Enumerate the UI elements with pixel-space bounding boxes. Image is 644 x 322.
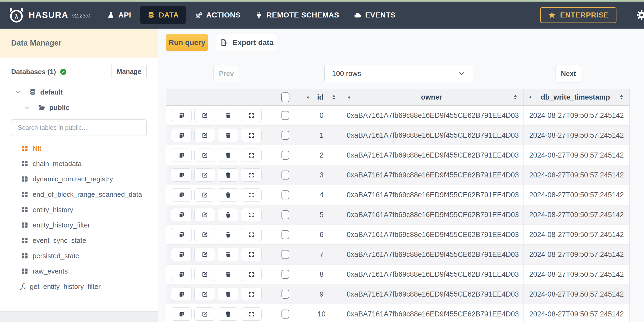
- edit-icon: [201, 191, 208, 199]
- row-checkbox[interactable]: [281, 190, 289, 199]
- copy-row-button[interactable]: [171, 307, 192, 321]
- delete-row-button[interactable]: [218, 248, 238, 261]
- row-checkbox[interactable]: [281, 111, 289, 120]
- expand-row-button[interactable]: [241, 288, 262, 301]
- expand-row-button[interactable]: [241, 188, 262, 202]
- rows-per-page-select[interactable]: 100 rows: [324, 65, 473, 82]
- nav-item-remote-schemas[interactable]: REMOTE SCHEMAS: [249, 7, 345, 23]
- row-checkbox[interactable]: [281, 210, 289, 219]
- delete-row-button[interactable]: [218, 268, 238, 281]
- delete-row-button[interactable]: [218, 208, 238, 221]
- sort-icon[interactable]: [331, 94, 337, 100]
- copy-row-button[interactable]: [171, 149, 192, 162]
- edit-row-button[interactable]: [194, 307, 215, 321]
- delete-row-button[interactable]: [218, 149, 238, 162]
- delete-row-button[interactable]: [218, 307, 238, 321]
- column-label[interactable]: id: [310, 93, 331, 101]
- chevron-down-icon[interactable]: [15, 89, 21, 96]
- sort-icon[interactable]: [512, 94, 518, 100]
- export-data-button[interactable]: Export data: [216, 34, 277, 51]
- edit-row-button[interactable]: [194, 188, 215, 202]
- sidebar-table-item-dynamic-contract-registry[interactable]: dynamic_contract_registry: [21, 171, 147, 187]
- column-label[interactable]: db_write_timestamp: [532, 93, 618, 101]
- expand-row-button[interactable]: [241, 129, 262, 142]
- edit-row-button[interactable]: [194, 168, 215, 182]
- nav-item-events[interactable]: EVENTS: [348, 7, 401, 23]
- edit-row-button[interactable]: [194, 208, 215, 221]
- sidebar-table-item-nft[interactable]: Nft: [21, 141, 147, 156]
- prev-page-button[interactable]: Prev: [213, 65, 239, 82]
- expand-row-button[interactable]: [241, 268, 262, 281]
- row-checkbox[interactable]: [281, 270, 289, 279]
- copy-row-button[interactable]: [171, 228, 192, 241]
- caret-left-icon[interactable]: [528, 95, 532, 99]
- row-checkbox[interactable]: [281, 151, 289, 160]
- row-checkbox[interactable]: [281, 171, 289, 180]
- sidebar-table-item-raw-events[interactable]: raw_events: [21, 263, 147, 279]
- nav-item-data[interactable]: DATA: [140, 6, 186, 24]
- schema-name: public: [49, 104, 70, 112]
- nav-item-actions[interactable]: ACTIONS: [189, 7, 246, 23]
- hasura-brand[interactable]: λ HASURA v2.23.0: [8, 7, 90, 24]
- expand-row-button[interactable]: [241, 208, 262, 221]
- edit-row-button[interactable]: [194, 228, 215, 241]
- edit-row-button[interactable]: [194, 149, 215, 162]
- tree-item-schema[interactable]: public: [11, 100, 147, 115]
- delete-row-button[interactable]: [218, 129, 238, 142]
- next-page-button[interactable]: Next: [556, 65, 581, 82]
- copy-row-button[interactable]: [171, 168, 192, 182]
- plug-icon: [255, 11, 263, 19]
- copy-row-button[interactable]: [171, 248, 192, 261]
- copy-row-button[interactable]: [171, 268, 192, 281]
- sidebar-table-item-end-of-block-range-scanned-data[interactable]: end_of_block_range_scanned_data: [21, 187, 147, 202]
- copy-row-button[interactable]: [171, 188, 192, 202]
- chevron-down-icon[interactable]: [24, 104, 30, 111]
- expand-row-button[interactable]: [241, 248, 262, 261]
- expand-row-button[interactable]: [241, 109, 262, 122]
- column-label[interactable]: owner: [351, 93, 512, 101]
- sidebar-table-item-get-entity-history-filter[interactable]: ƒx get_entity_history_filter: [21, 279, 147, 294]
- sidebar-table-item-entity-history[interactable]: entity_history: [21, 202, 147, 217]
- tree-item-database[interactable]: default: [11, 84, 147, 100]
- cell-id: 6: [301, 225, 342, 244]
- row-checkbox[interactable]: [281, 131, 289, 140]
- edit-row-button[interactable]: [194, 129, 215, 142]
- manage-button[interactable]: Manage: [111, 64, 147, 79]
- settings-gear-icon[interactable]: [636, 9, 644, 21]
- edit-row-button[interactable]: [194, 268, 215, 281]
- copy-row-button[interactable]: [171, 288, 192, 301]
- edit-row-button[interactable]: [194, 288, 215, 301]
- sort-icon[interactable]: [618, 94, 625, 100]
- caret-left-icon[interactable]: [306, 95, 310, 99]
- row-checkbox[interactable]: [281, 230, 289, 239]
- expand-row-button[interactable]: [241, 228, 262, 241]
- copy-icon: [178, 251, 185, 258]
- row-checkbox[interactable]: [281, 310, 289, 319]
- row-checkbox[interactable]: [281, 250, 289, 259]
- sidebar-table-item-event-sync-state[interactable]: event_sync_state: [21, 233, 147, 248]
- sidebar-table-item-persisted-state[interactable]: persisted_state: [21, 248, 147, 263]
- sidebar-table-item-entity-history-filter[interactable]: entity_history_filter: [21, 217, 147, 233]
- delete-row-button[interactable]: [218, 188, 238, 202]
- nav-item-api[interactable]: API: [101, 7, 136, 23]
- sidebar-table-item-chain-metadata[interactable]: chain_metadata: [21, 156, 147, 171]
- delete-row-button[interactable]: [218, 228, 238, 241]
- select-all-checkbox[interactable]: [281, 92, 289, 102]
- expand-row-button[interactable]: [241, 307, 262, 321]
- caret-left-icon[interactable]: [347, 95, 351, 99]
- delete-row-button[interactable]: [218, 109, 238, 122]
- expand-row-button[interactable]: [241, 149, 262, 162]
- run-query-button[interactable]: Run query: [166, 34, 208, 51]
- enterprise-button[interactable]: ★ ENTERPRISE: [540, 7, 616, 23]
- search-tables-input[interactable]: [11, 119, 147, 136]
- edit-row-button[interactable]: [194, 248, 215, 261]
- copy-row-button[interactable]: [171, 109, 192, 122]
- copy-row-button[interactable]: [171, 208, 192, 221]
- delete-row-button[interactable]: [218, 168, 238, 182]
- expand-row-button[interactable]: [241, 168, 262, 182]
- delete-row-button[interactable]: [218, 288, 238, 301]
- cell-id: 5: [301, 205, 342, 225]
- copy-row-button[interactable]: [171, 129, 192, 142]
- edit-row-button[interactable]: [194, 109, 215, 122]
- row-checkbox[interactable]: [281, 290, 289, 299]
